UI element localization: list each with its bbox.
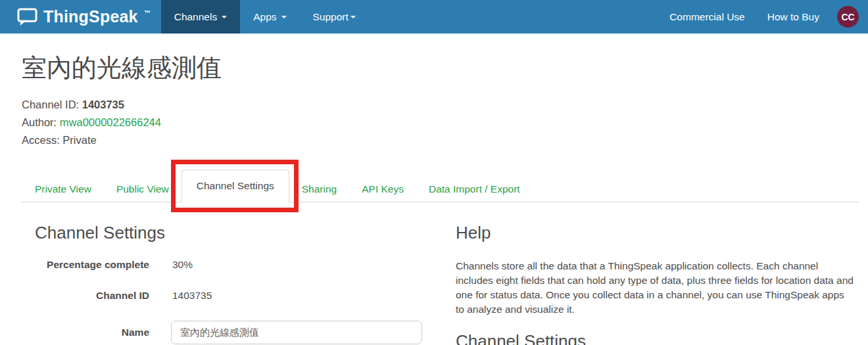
percentage-complete-value: 30% <box>172 259 193 271</box>
channel-id-line: Channel ID: 1403735 <box>22 96 859 114</box>
main-columns: Channel Settings Percentage complete 30%… <box>22 202 859 345</box>
user-avatar[interactable]: CC <box>837 6 859 28</box>
tab-api-keys-link[interactable]: API Keys <box>349 177 416 202</box>
author-label: Author: <box>22 116 60 128</box>
channel-settings-panel: Channel Settings Percentage complete 30%… <box>22 202 434 345</box>
caret-down-icon <box>350 16 356 18</box>
help-heading: Help <box>456 223 855 243</box>
tab-private-view-link[interactable]: Private View <box>22 177 104 202</box>
help-panel: Help Channels store all the data that a … <box>456 202 859 345</box>
tab-data-import-export: Data Import / Export <box>416 177 533 202</box>
brand-name: ThingSpeak <box>43 7 138 26</box>
nav-commercial-use[interactable]: Commercial Use <box>658 11 756 23</box>
nav-apps[interactable]: Apps <box>240 0 299 34</box>
channel-id-form-label: Channel ID <box>22 290 149 302</box>
author-line: Author: mwa0000022666244 <box>22 114 859 131</box>
channel-meta: Channel ID: 1403735 Author: mwa000002266… <box>22 96 859 149</box>
channel-id-value: 1403735 <box>82 99 124 110</box>
tab-private-view: Private View <box>22 177 104 202</box>
speech-bubble-icon <box>17 8 37 26</box>
top-navbar: ThingSpeak™ Channels Apps Support Commer… <box>0 0 868 34</box>
caret-down-icon <box>222 16 227 18</box>
percentage-complete-label: Percentage complete <box>22 259 149 271</box>
nav-channels-label: Channels <box>174 11 218 23</box>
tab-channel-settings: Channel Settings <box>181 170 289 202</box>
navbar-right: Commercial Use How to Buy CC <box>658 0 868 34</box>
channel-id-row: Channel ID 1403735 <box>22 290 434 302</box>
channel-id-label: Channel ID: <box>22 99 82 110</box>
tab-public-view-link[interactable]: Public View <box>104 177 181 202</box>
author-link[interactable]: mwa0000022666244 <box>60 116 161 128</box>
name-label: Name <box>22 327 149 338</box>
tab-public-view: Public View <box>104 177 181 202</box>
nav-apps-label: Apps <box>253 11 276 23</box>
trademark-symbol: ™ <box>144 9 151 16</box>
page-title: 室內的光線感測值 <box>22 51 859 85</box>
nav-how-to-buy[interactable]: How to Buy <box>756 11 831 23</box>
tab-api-keys: API Keys <box>349 177 416 202</box>
page-content: 室內的光線感測值 Channel ID: 1403735 Author: mwa… <box>0 51 868 345</box>
caret-down-icon <box>281 16 287 18</box>
name-input[interactable] <box>171 321 422 344</box>
access-label: Access: <box>22 134 62 146</box>
access-value: Private <box>62 134 96 146</box>
tab-channel-settings-link[interactable]: Channel Settings <box>181 170 289 202</box>
tab-data-import-export-link[interactable]: Data Import / Export <box>416 177 533 202</box>
channel-settings-heading: Channel Settings <box>22 223 434 243</box>
nav-support[interactable]: Support <box>300 0 369 34</box>
tab-sharing: Sharing <box>289 177 349 202</box>
channel-id-form-value: 1403735 <box>172 290 212 302</box>
name-row: Name <box>22 321 434 344</box>
help-subheading: Channel Settings <box>456 331 855 345</box>
tab-sharing-link[interactable]: Sharing <box>289 177 349 202</box>
nav-channels[interactable]: Channels <box>161 0 241 34</box>
access-line: Access: Private <box>22 131 859 149</box>
percentage-complete-row: Percentage complete 30% <box>22 259 434 271</box>
channel-tabs: Private View Public View Channel Setting… <box>22 170 859 202</box>
help-paragraph: Channels store all the data that a Thing… <box>456 259 855 317</box>
nav-support-label: Support <box>313 11 349 23</box>
thingspeak-logo[interactable]: ThingSpeak™ <box>0 0 161 34</box>
